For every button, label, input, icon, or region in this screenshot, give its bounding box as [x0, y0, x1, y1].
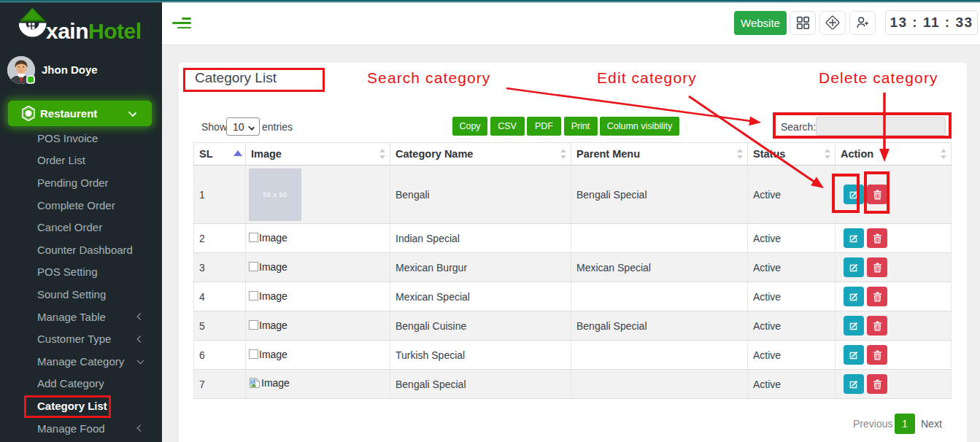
sidebar-item-customer-type[interactable]: Customer Type — [0, 327, 162, 350]
delete-button[interactable] — [867, 257, 887, 277]
edit-button[interactable] — [844, 287, 864, 306]
column-header-label: SL — [199, 148, 213, 160]
export-print-button[interactable]: Print — [564, 117, 598, 136]
sidebar-menu: POS InvoiceOrder ListPending OrderComple… — [0, 127, 162, 439]
sidebar-item-label: Manage Category — [37, 355, 124, 368]
cell-image: Image — [246, 224, 390, 253]
column-header-label: Image — [251, 148, 282, 160]
page-size-select[interactable]: 10 — [226, 117, 260, 136]
sort-icon — [560, 149, 566, 159]
column-header-action[interactable]: Action — [836, 143, 952, 166]
sidebar-item-sound-setting[interactable]: Sound Setting — [0, 283, 162, 306]
export-column-visibility-button[interactable]: Column visibility — [600, 117, 679, 136]
show-label: Show — [201, 121, 227, 133]
cell-status: Active — [748, 311, 836, 341]
column-header-status[interactable]: Status — [748, 143, 836, 166]
sidebar-item-manage-food[interactable]: Manage Food — [0, 417, 162, 440]
sidebar-item-pos-invoice[interactable]: POS Invoice — [0, 127, 162, 150]
table-row: 6ImageTurkish SpecialActive — [194, 341, 952, 370]
edit-button[interactable] — [844, 374, 864, 394]
sidebar-item-pos-setting[interactable]: POS Setting — [0, 261, 162, 284]
delete-button[interactable] — [867, 345, 887, 365]
pagination-page-1[interactable]: 1 — [895, 414, 915, 434]
cell-parent-menu: Bengali Special — [571, 311, 748, 341]
table-row: 3ImageMexican BurgurMexican SpecialActiv… — [194, 253, 952, 282]
sidebar-item-label: Cancel Order — [37, 221, 102, 233]
trash-icon — [873, 263, 882, 273]
sidebar-item-label: Counter Dashboard — [37, 244, 133, 256]
broken-image-alt: Image — [249, 319, 288, 331]
cell-category-name: Turkish Special — [390, 341, 571, 370]
table-row: 7ImageBengali SpecialActive — [194, 370, 952, 399]
sidebar-item-complete-order[interactable]: Complete Order — [0, 194, 162, 217]
broken-image-alt: Image — [249, 232, 288, 244]
website-button[interactable]: Website — [734, 11, 787, 35]
sort-icon — [379, 149, 385, 159]
column-header-label: Parent Menu — [576, 148, 640, 160]
sidebar-item-manage-table[interactable]: Manage Table — [0, 306, 162, 328]
cell-action — [836, 253, 952, 282]
hamburger-menu-icon[interactable] — [172, 18, 191, 28]
column-header-image[interactable]: Image — [246, 143, 390, 166]
delete-button[interactable] — [867, 185, 887, 204]
add-user-button[interactable] — [849, 11, 876, 35]
apps-grid-button[interactable] — [790, 11, 816, 35]
topbar-right: Website — [734, 10, 978, 35]
sort-icon — [941, 149, 946, 159]
sidebar-item-pending-order[interactable]: Pending Order — [0, 171, 162, 194]
edit-icon — [849, 379, 859, 389]
sidebar-item-manage-category[interactable]: Manage Category — [0, 350, 162, 373]
column-header-sl[interactable]: SL — [194, 143, 246, 166]
cell-sl: 7 — [194, 370, 246, 399]
sidebar-item-add-category[interactable]: Add Category — [0, 373, 162, 395]
user-panel: Jhon Doye — [0, 56, 162, 85]
delete-button[interactable] — [867, 374, 887, 394]
cell-category-name: Indian Special — [390, 224, 571, 253]
edit-button[interactable] — [844, 185, 864, 204]
cell-image: Image — [246, 282, 390, 311]
delete-button[interactable] — [867, 287, 887, 306]
cell-parent-menu — [571, 282, 748, 311]
cell-image: Image — [246, 253, 390, 282]
export-buttons: CopyCSVPDFPrintColumn visibility — [452, 117, 679, 136]
sidebar-item-order-list[interactable]: Order List — [0, 150, 162, 172]
top-accent-line — [0, 0, 980, 3]
sidebar-item-category-list[interactable]: Category List — [0, 395, 162, 417]
cell-action — [836, 341, 952, 370]
edit-icon — [849, 233, 859, 244]
hexagon-icon — [22, 106, 35, 121]
broken-image-box-icon — [249, 233, 258, 242]
export-csv-button[interactable]: CSV — [490, 117, 525, 136]
delete-button[interactable] — [867, 316, 887, 336]
export-pdf-button[interactable]: PDF — [527, 117, 561, 136]
sidebar-item-label: Category List — [37, 400, 107, 412]
trash-icon — [873, 233, 882, 244]
edit-button[interactable] — [844, 316, 864, 336]
trash-icon — [873, 321, 882, 331]
logo[interactable]: xainHotel — [0, 7, 162, 40]
delete-button[interactable] — [867, 228, 887, 248]
navigate-button[interactable] — [819, 11, 846, 35]
user-name: Jhon Doye — [42, 63, 98, 76]
edit-icon — [849, 292, 859, 302]
sidebar-item-counter-dashboard[interactable]: Counter Dashboard — [0, 239, 162, 261]
export-copy-button[interactable]: Copy — [452, 117, 487, 136]
edit-button[interactable] — [844, 345, 864, 365]
pagination-next[interactable]: Next — [921, 418, 942, 430]
pagination-previous[interactable]: Previous — [853, 418, 892, 430]
cell-category-name: Bengali — [390, 166, 571, 224]
edit-button[interactable] — [844, 257, 864, 277]
trash-icon — [873, 190, 882, 200]
sidebar-item-cancel-order[interactable]: Cancel Order — [0, 216, 162, 239]
grid-icon — [795, 15, 811, 31]
table-row: 4ImageMexican SpecialActive — [194, 282, 952, 311]
column-header-category-name[interactable]: Category Name — [390, 143, 571, 166]
column-header-label: Status — [753, 148, 785, 160]
logo-house-icon — [19, 7, 48, 40]
edit-button[interactable] — [844, 228, 864, 248]
search-label: Search: — [781, 121, 816, 133]
chevron-down-icon — [137, 357, 144, 365]
search-input[interactable] — [816, 117, 946, 136]
column-header-parent-menu[interactable]: Parent Menu — [571, 143, 748, 166]
sidebar-item-restaurent[interactable]: Restaurent — [8, 101, 152, 126]
